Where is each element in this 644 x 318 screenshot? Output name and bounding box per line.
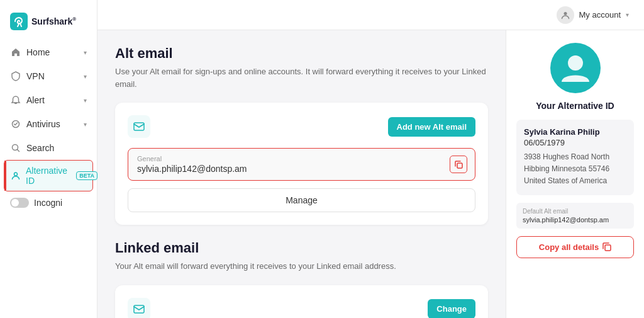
alert-icon	[10, 94, 21, 106]
sidebar-item-home[interactable]: Home ▾	[0, 40, 97, 64]
incogni-toggle[interactable]	[10, 198, 29, 208]
surfshark-logo-icon	[10, 13, 28, 30]
id-email-value: sylvia.philip142@dontsp.am	[523, 216, 628, 224]
id-address-line2: Hibbing Minnesota 55746	[524, 164, 609, 173]
avatar-silhouette-icon	[557, 49, 594, 87]
antivirus-icon	[10, 118, 21, 130]
linked-email-desc: Your Alt email will forward everything i…	[115, 260, 488, 273]
account-label: My account	[579, 10, 621, 20]
alt-email-field: General sylvia.philip142@dontsp.am	[128, 148, 475, 181]
change-button[interactable]: Change	[428, 299, 475, 318]
id-address: 3938 Hughes Road North Hibbing Minnesota…	[524, 151, 626, 188]
svg-rect-5	[134, 123, 144, 130]
svg-rect-10	[605, 245, 611, 251]
search-icon	[10, 142, 21, 154]
sidebar-item-antivirus[interactable]: Antivirus ▾	[0, 112, 97, 136]
header: My account ▾	[97, 0, 644, 30]
email-icon	[128, 115, 150, 138]
account-button[interactable]: My account ▾	[557, 6, 629, 24]
id-address-line3: United States of America	[524, 176, 607, 185]
account-avatar-icon	[557, 6, 574, 24]
sidebar-item-incogni[interactable]: Incogni	[0, 191, 97, 214]
logo-text: Surfshark®	[31, 16, 76, 26]
person-icon	[11, 170, 21, 181]
sidebar-item-label: Incogni	[34, 198, 62, 208]
logo: Surfshark®	[0, 8, 97, 40]
alt-id-title: Your Alternative ID	[516, 101, 634, 111]
copy-all-label: Copy all details	[539, 242, 599, 252]
chevron-icon: ▾	[84, 73, 87, 80]
content-area: Alt email Use your Alt email for sign-up…	[97, 30, 644, 318]
sidebar-item-label: Antivirus	[26, 119, 60, 129]
svg-point-3	[14, 173, 18, 176]
sidebar-item-label: Home	[26, 47, 50, 57]
alt-email-label: General	[137, 155, 466, 162]
copy-all-button[interactable]: Copy all details	[516, 236, 634, 258]
sidebar-item-label: Alternative ID	[26, 166, 69, 186]
sidebar-item-label: VPN	[26, 71, 45, 81]
sidebar: Surfshark® Home ▾ VPN ▾	[0, 0, 97, 318]
linked-email-card: Change Linked email ●●●●●●●●●●●●●●●●●	[115, 285, 488, 319]
id-address-line1: 3938 Hughes Road North	[524, 152, 609, 161]
sidebar-item-label: Search	[26, 143, 54, 153]
chevron-icon: ▾	[84, 49, 87, 56]
sidebar-item-search[interactable]: Search	[0, 136, 97, 160]
linked-email-card-header: Change	[128, 298, 475, 319]
alt-email-card-header: Add new Alt email	[128, 115, 475, 138]
home-icon	[10, 47, 21, 58]
sidebar-item-alert[interactable]: Alert ▾	[0, 88, 97, 112]
center-content: Alt email Use your Alt email for sign-up…	[97, 30, 506, 318]
copy-alt-email-button[interactable]	[450, 156, 467, 173]
alt-email-card: Add new Alt email General sylvia.philip1…	[115, 103, 488, 225]
id-details-card: Sylvia Karina Philip 06/05/1979 3938 Hug…	[516, 120, 634, 195]
id-dob: 06/05/1979	[524, 138, 626, 147]
sidebar-item-vpn[interactable]: VPN ▾	[0, 64, 97, 88]
account-chevron-icon: ▾	[626, 11, 629, 18]
id-name: Sylvia Karina Philip	[524, 127, 626, 137]
copy-all-icon	[602, 242, 611, 251]
id-email-box: Default Alt email sylvia.philip142@donts…	[516, 203, 634, 229]
toggle-knob	[11, 199, 19, 207]
svg-point-4	[564, 12, 567, 15]
avatar-large	[550, 43, 601, 93]
chevron-icon: ▾	[84, 121, 87, 128]
svg-point-9	[568, 55, 583, 71]
svg-rect-6	[457, 163, 462, 168]
alt-email-title: Alt email	[115, 45, 488, 62]
linked-email-title: Linked email	[115, 240, 488, 256]
sidebar-item-alternative-id[interactable]: Alternative ID BETA	[4, 160, 93, 191]
alt-email-value: sylvia.philip142@dontsp.am	[137, 164, 466, 174]
svg-rect-7	[134, 305, 144, 313]
manage-button[interactable]: Manage	[128, 188, 475, 212]
add-alt-email-button[interactable]: Add new Alt email	[388, 117, 475, 137]
chevron-icon: ▾	[84, 97, 87, 104]
id-email-label: Default Alt email	[523, 208, 628, 215]
linked-email-icon	[128, 298, 150, 319]
alt-email-desc: Use your Alt email for sign-ups and onli…	[115, 65, 488, 90]
sidebar-item-label: Alert	[26, 95, 45, 105]
beta-badge: BETA	[76, 171, 97, 180]
main-area: My account ▾ Alt email Use your Alt emai…	[97, 0, 644, 318]
vpn-icon	[10, 71, 21, 82]
right-panel: Your Alternative ID Sylvia Karina Philip…	[506, 30, 644, 318]
